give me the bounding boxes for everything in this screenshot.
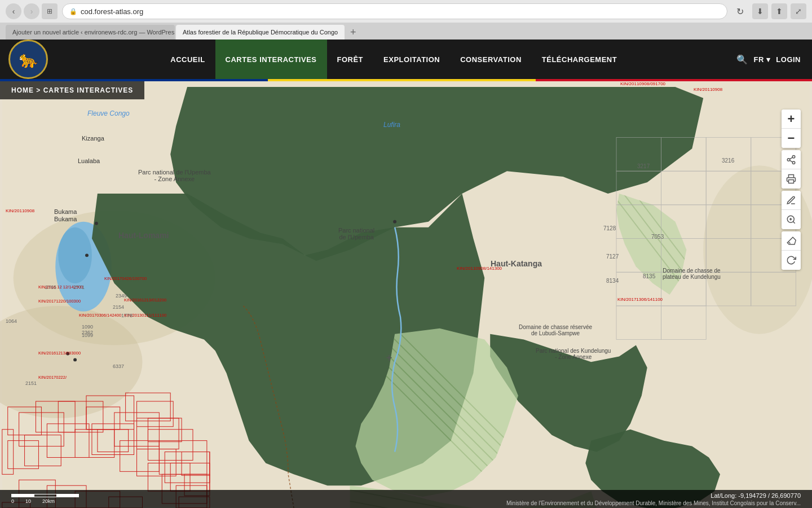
lock-icon: 🔒: [69, 8, 77, 15]
status-attribution: Ministère de l'Environnement et du Dével…: [506, 500, 801, 506]
site-header: 🐆 ACCUEIL CARTES INTERACTIVES FORÊT EXPL…: [0, 40, 812, 79]
tab-forest-atlas[interactable]: Atlas forestier de la République Démocra…: [176, 25, 345, 40]
zoom-out-button[interactable]: −: [782, 129, 801, 148]
svg-line-96: [789, 160, 792, 162]
nav-accueil[interactable]: ACCUEIL: [160, 40, 215, 79]
nav-exploitation[interactable]: EXPLOITATION: [373, 40, 450, 79]
svg-line-103: [789, 242, 791, 243]
scale-line: [11, 494, 79, 497]
zoom-control-group: + −: [782, 110, 801, 148]
status-bar: 0 10 20km Lat/Long: -9,194729 / 26,69077…: [0, 490, 812, 508]
eraser-button[interactable]: [782, 231, 801, 251]
logo-circle: 🐆: [8, 40, 48, 79]
back-button[interactable]: ‹: [6, 3, 21, 19]
map-svg: +: [0, 81, 812, 508]
refresh-button[interactable]: [782, 251, 801, 270]
url-bar[interactable]: 🔒 cod.forest-atlas.org: [62, 3, 727, 19]
logo-emoji: 🐆: [19, 50, 38, 69]
zoom-in-button[interactable]: +: [782, 110, 801, 129]
download-button[interactable]: ⬇: [752, 3, 768, 19]
share-button[interactable]: [782, 150, 801, 169]
login-button[interactable]: LOGIN: [776, 55, 801, 64]
map-controls: + −: [782, 110, 801, 270]
reload-button[interactable]: ↻: [732, 3, 748, 19]
breadcrumb: HOME > CARTES INTERACTIVES: [0, 81, 144, 99]
header-logo[interactable]: 🐆: [6, 37, 51, 82]
nav-cartes[interactable]: CARTES INTERACTIVES: [215, 40, 327, 79]
url-text: cod.forest-atlas.org: [81, 7, 143, 16]
fullscreen-button[interactable]: ⤢: [791, 3, 806, 19]
map-container[interactable]: HOME > CARTES INTERACTIVES: [0, 81, 812, 508]
svg-point-88: [85, 253, 89, 257]
status-coords: Lat/Long: -9,194729 / 26,690770: [710, 492, 801, 499]
eraser-refresh-group: [782, 231, 801, 270]
annotate-button[interactable]: [782, 191, 801, 210]
svg-point-91: [393, 220, 396, 224]
header-actions: 🔍 FR ▾ LOGIN: [736, 54, 812, 65]
tab-overview-button[interactable]: ⊞: [42, 3, 58, 19]
annotation-group: [782, 191, 801, 229]
lang-button[interactable]: FR ▾: [753, 55, 770, 64]
search-icon[interactable]: 🔍: [736, 54, 748, 65]
status-bar-left: 0 10 20km: [11, 494, 79, 504]
scale-labels: 0 10 20km: [11, 498, 55, 504]
svg-rect-98: [789, 180, 794, 183]
scale-bar: 0 10 20km: [11, 494, 79, 504]
svg-point-87: [95, 222, 98, 225]
site-wrapper: 🐆 ACCUEIL CARTES INTERACTIVES FORÊT EXPL…: [0, 40, 812, 508]
new-tab-button[interactable]: +: [346, 25, 360, 40]
svg-point-94: [787, 158, 790, 161]
main-nav: ACCUEIL CARTES INTERACTIVES FORÊT EXPLOI…: [51, 40, 736, 79]
svg-point-93: [792, 155, 795, 158]
print-button[interactable]: [782, 169, 801, 189]
share-browser-button[interactable]: ⬆: [771, 3, 787, 19]
browser-chrome: ‹ › ⊞ 🔒 cod.forest-atlas.org ↻ ⬇ ⬆ ⤢ Ajo…: [0, 0, 812, 40]
forward-button[interactable]: ›: [24, 3, 39, 19]
svg-point-89: [66, 352, 69, 355]
nav-conservation[interactable]: CONSERVATION: [450, 40, 532, 79]
nav-telechargement[interactable]: TÉLÉCHARGEMENT: [532, 40, 627, 79]
svg-point-90: [73, 358, 77, 361]
nav-foret[interactable]: FORÊT: [327, 40, 374, 79]
svg-point-95: [792, 161, 795, 164]
svg-line-100: [793, 221, 795, 223]
svg-text:+: +: [386, 352, 392, 364]
svg-line-97: [789, 157, 792, 159]
zoom-search-button[interactable]: [782, 210, 801, 229]
share-print-group: [782, 150, 801, 189]
